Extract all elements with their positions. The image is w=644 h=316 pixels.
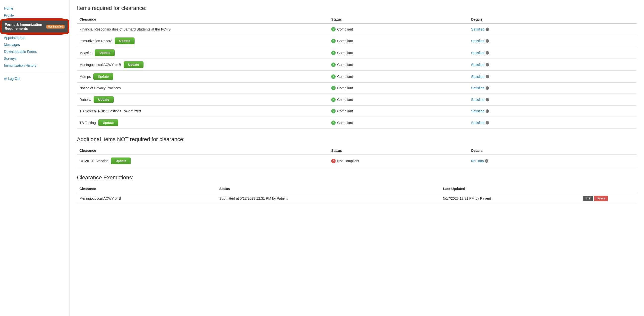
sidebar-item-immunization[interactable]: Immunization History xyxy=(4,62,65,69)
update-button[interactable]: Update xyxy=(111,158,131,164)
additional-section-title: Additional items NOT required for cleara… xyxy=(77,136,636,143)
status-text: Compliant xyxy=(337,75,353,79)
sidebar-item-appointments[interactable]: Appointments xyxy=(4,34,65,41)
ex-actions-header xyxy=(581,185,636,193)
check-icon: ✓ xyxy=(331,27,336,31)
status-text: Compliant xyxy=(337,109,353,113)
info-icon: i xyxy=(486,86,489,90)
status-cell: ✓Compliant xyxy=(331,97,466,102)
table-row: Meningococcal ACWY or BSubmitted at 5/17… xyxy=(77,193,636,204)
info-icon: i xyxy=(486,98,489,101)
details-text: No Data xyxy=(471,159,484,163)
details-link[interactable]: Satisfiedi xyxy=(471,109,634,113)
clearance-name: Immunization Record xyxy=(80,39,112,43)
logout-icon: ⊕ xyxy=(4,77,7,81)
table-row: TB Screen- Risk QuestionsSubmitted✓Compl… xyxy=(77,106,636,117)
clearance-name: TB Testing xyxy=(80,121,96,125)
details-link[interactable]: Satisfiedi xyxy=(471,63,634,67)
details-text: Satisfied xyxy=(471,109,484,113)
additional-clearance-header: Clearance xyxy=(77,147,329,155)
info-icon: i xyxy=(486,39,489,43)
update-button[interactable]: Update xyxy=(95,49,115,56)
main-content: Items required for clearance: Clearance … xyxy=(70,0,644,316)
ex-updated-header: Last Updated xyxy=(441,185,581,193)
clearance-name: Measles xyxy=(80,51,92,55)
status-cell: ✓Compliant xyxy=(331,51,466,55)
details-link[interactable]: Satisfiedi xyxy=(471,27,634,31)
sidebar-divider xyxy=(4,72,65,72)
sidebar-item-messages[interactable]: Messages xyxy=(4,41,65,48)
x-icon: ✕ xyxy=(331,159,336,163)
status-text: Compliant xyxy=(337,86,353,90)
details-text: Satisfied xyxy=(471,75,484,79)
details-text: Satisfied xyxy=(471,27,484,31)
status-cell: ✓Compliant xyxy=(331,39,466,43)
edit-button[interactable]: Edit xyxy=(583,196,593,201)
details-link[interactable]: No Datai xyxy=(471,159,634,163)
update-button[interactable]: Update xyxy=(98,119,118,126)
forms-nav-link[interactable]: Forms & Immunization Requirements xyxy=(5,22,44,30)
details-link[interactable]: Satisfiedi xyxy=(471,51,634,55)
status-text: Compliant xyxy=(337,51,353,55)
clearance-name: TB Screen- Risk Questions xyxy=(80,109,122,113)
sidebar-item-forms[interactable]: Forms & Immunization Requirements Not Sa… xyxy=(1,20,68,33)
exemptions-table: Clearance Status Last Updated Meningococ… xyxy=(77,185,636,204)
status-text: Compliant xyxy=(337,63,353,67)
sidebar-item-downloadable[interactable]: Downloadable Forms xyxy=(4,48,65,55)
status-cell: ✓Compliant xyxy=(331,121,466,125)
info-icon: i xyxy=(486,75,489,78)
table-row: Notice of Privacy Practices✓CompliantSat… xyxy=(77,83,636,94)
details-link[interactable]: Satisfiedi xyxy=(471,98,634,102)
sidebar-item-profile[interactable]: Profile xyxy=(4,12,65,19)
additional-status-header: Status xyxy=(329,147,469,155)
additional-table: Clearance Status Details COVID-19 Vaccin… xyxy=(77,147,636,167)
details-text: Satisfied xyxy=(471,51,484,55)
sidebar-item-home[interactable]: Home xyxy=(4,5,65,12)
exemption-last-updated: 5/17/2023 12:31 PM by Patient xyxy=(441,193,581,204)
exemption-clearance: Meningococcal ACWY or B xyxy=(77,193,217,204)
update-button[interactable]: Update xyxy=(93,73,113,80)
details-text: Satisfied xyxy=(471,121,484,125)
info-icon: i xyxy=(486,121,489,124)
clearance-section-title: Items required for clearance: xyxy=(77,5,636,11)
status-text: Compliant xyxy=(337,121,353,125)
logout-link[interactable]: ⊕ Log Out xyxy=(4,75,65,82)
table-row: MumpsUpdate✓CompliantSatisfiedi xyxy=(77,71,636,83)
table-row: MeaslesUpdate✓CompliantSatisfiedi xyxy=(77,47,636,59)
check-icon: ✓ xyxy=(331,109,336,113)
sidebar-item-surveys[interactable]: Surveys xyxy=(4,55,65,62)
update-button[interactable]: Update xyxy=(124,61,144,68)
logout-label: Log Out xyxy=(8,77,20,81)
ex-clearance-header: Clearance xyxy=(77,185,217,193)
not-satisfied-badge: Not Satisfied xyxy=(46,25,64,28)
info-icon: i xyxy=(486,51,489,54)
delete-button[interactable]: Delete xyxy=(594,196,608,201)
table-row: Immunization RecordUpdate✓CompliantSatis… xyxy=(77,35,636,47)
status-cell: ✓Compliant xyxy=(331,109,466,113)
details-link[interactable]: Satisfiedi xyxy=(471,121,634,125)
details-link[interactable]: Satisfiedi xyxy=(471,75,634,79)
info-icon: i xyxy=(486,109,489,113)
details-link[interactable]: Satisfiedi xyxy=(471,39,634,43)
details-col-header: Details xyxy=(469,15,636,23)
table-row: COVID-19 VaccineUpdate✕Not CompliantNo D… xyxy=(77,155,636,167)
ex-status-header: Status xyxy=(217,185,441,193)
clearance-col-header: Clearance xyxy=(77,15,329,23)
update-button[interactable]: Update xyxy=(94,96,114,103)
details-text: Satisfied xyxy=(471,39,484,43)
table-row: Financial Responsibilities of Barnard St… xyxy=(77,23,636,35)
details-link[interactable]: Satisfiedi xyxy=(471,86,634,90)
table-row: TB TestingUpdate✓CompliantSatisfiedi xyxy=(77,117,636,129)
table-row: Meningococcal ACWY or BUpdate✓CompliantS… xyxy=(77,59,636,71)
exemption-actions: EditDelete xyxy=(581,193,636,204)
exemptions-section-title: Clearance Exemptions: xyxy=(77,174,636,181)
forms-nav-wrapper: Forms & Immunization Requirements Not Sa… xyxy=(2,20,67,33)
clearance-table: Clearance Status Details Financial Respo… xyxy=(77,15,636,129)
clearance-name: Financial Responsibilities of Barnard St… xyxy=(80,27,170,31)
clearance-name: Mumps xyxy=(80,75,91,79)
check-icon: ✓ xyxy=(331,51,336,55)
status-text: Compliant xyxy=(337,27,353,31)
update-button[interactable]: Update xyxy=(115,37,134,44)
status-text: Compliant xyxy=(337,39,353,43)
check-icon: ✓ xyxy=(331,121,336,125)
